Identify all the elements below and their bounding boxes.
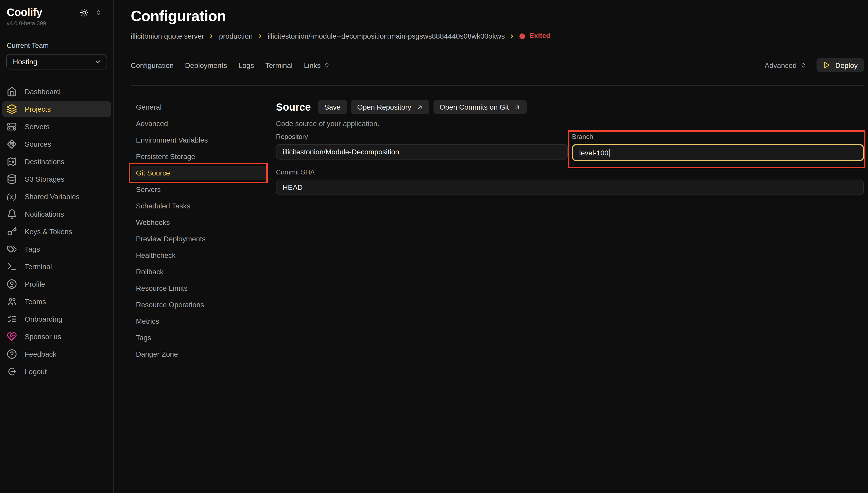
chevron-right-icon	[209, 33, 214, 39]
sidebar: Coolify v4.0.0-beta.399 Current Team Hos…	[0, 0, 114, 493]
subnav-item-webhooks[interactable]: Webhooks	[131, 215, 267, 230]
tabbar-divider	[131, 85, 864, 86]
sidebar-item-terminal[interactable]: Terminal	[2, 259, 111, 274]
database-icon	[7, 174, 17, 184]
breadcrumb-environment[interactable]: production	[219, 31, 253, 41]
theme-toggle-button[interactable]	[80, 8, 88, 17]
sidebar-item-dashboard[interactable]: Dashboard	[2, 84, 111, 99]
subnav-item-git-source[interactable]: Git Source	[131, 166, 267, 180]
sidebar-item-onboarding[interactable]: Onboarding	[2, 311, 111, 327]
sun-icon	[80, 8, 88, 17]
chevron-down-icon	[94, 58, 101, 65]
sidebar-item-teams[interactable]: Teams	[2, 294, 111, 309]
open-commits-button[interactable]: Open Commits on Git	[433, 100, 527, 114]
source-fields: Repository illicitestonion/Module-Decomp…	[276, 133, 864, 195]
users-icon	[7, 296, 17, 307]
chevron-right-icon	[509, 33, 515, 39]
unfold-vertical-icon	[800, 62, 806, 68]
tab-logs[interactable]: Logs	[238, 61, 254, 69]
commit-sha-label: Commit SHA	[276, 168, 864, 176]
sidebar-item-tags[interactable]: Tags	[2, 241, 111, 257]
subnav-item-servers[interactable]: Servers	[131, 182, 267, 197]
app-version: v4.0.0-beta.399	[7, 20, 113, 26]
subnav-item-resource-operations[interactable]: Resource Operations	[131, 297, 267, 312]
sidebar-item-profile[interactable]: Profile	[2, 276, 111, 292]
tab-deployments[interactable]: Deployments	[185, 61, 227, 69]
breadcrumb-application[interactable]: illicitestonion/-module--decomposition:m…	[268, 31, 505, 41]
sidebar-item-keys-tokens[interactable]: Keys & Tokens	[2, 224, 111, 239]
branch-label: Branch	[572, 133, 864, 141]
logo-row: Coolify	[7, 6, 102, 19]
list-checks-icon	[7, 314, 17, 324]
repository-input[interactable]: illicitestonion/Module-Decomposition	[276, 144, 568, 159]
subnav-item-preview-deployments[interactable]: Preview Deployments	[131, 232, 267, 246]
bell-icon	[7, 209, 17, 219]
tab-bar: Configuration Deployments Logs Terminal …	[131, 58, 864, 72]
variables-icon: (x)	[7, 192, 17, 201]
subnav-item-persistent-storage[interactable]: Persistent Storage	[131, 149, 267, 164]
source-description: Code source of your application.	[276, 120, 864, 128]
sidebar-collapse-button[interactable]	[95, 9, 102, 16]
sidebar-item-projects[interactable]: Projects	[2, 101, 111, 117]
page-title: Configuration	[131, 7, 864, 25]
subnav-item-resource-limits[interactable]: Resource Limits	[131, 281, 267, 295]
sidebar-footer: Onboarding Sponsor us Feedback Logout	[0, 311, 113, 422]
subnav-item-general[interactable]: General	[131, 100, 267, 114]
user-circle-icon	[7, 279, 17, 289]
sidebar-item-notifications[interactable]: Notifications	[2, 206, 111, 222]
sidebar-item-feedback[interactable]: Feedback	[2, 346, 111, 362]
source-heading: Source	[276, 101, 311, 113]
breadcrumb: illicitonion quote server production ill…	[131, 31, 864, 41]
breadcrumb-project[interactable]: illicitonion quote server	[131, 31, 204, 41]
commit-sha-input[interactable]: HEAD	[276, 179, 864, 195]
sidebar-nav: Dashboard Projects Servers Sources Desti…	[0, 84, 113, 422]
main-content: Configuration illicitonion quote server …	[113, 0, 868, 493]
subnav-item-healthcheck[interactable]: Healthcheck	[131, 248, 267, 262]
git-source-icon	[7, 139, 17, 149]
sidebar-item-destinations[interactable]: Destinations	[2, 154, 111, 169]
save-button[interactable]: Save	[318, 100, 347, 114]
tab-terminal[interactable]: Terminal	[266, 61, 293, 69]
tags-icon	[7, 244, 17, 254]
sidebar-item-s3-storages[interactable]: S3 Storages	[2, 171, 111, 187]
subnav-item-metrics[interactable]: Metrics	[131, 314, 267, 328]
subnav-item-environment-variables[interactable]: Environment Variables	[131, 133, 267, 147]
team-select-value: Hosting	[13, 58, 94, 66]
layers-icon	[7, 104, 17, 114]
configuration-content: General Advanced Environment Variables P…	[131, 100, 864, 361]
sidebar-item-sponsor-us[interactable]: Sponsor us	[2, 329, 111, 344]
app-logo[interactable]: Coolify	[7, 6, 42, 19]
chevron-right-icon	[257, 33, 263, 39]
heart-handshake-icon	[7, 331, 17, 342]
tabs: Configuration Deployments Logs Terminal …	[131, 61, 330, 69]
repository-label: Repository	[276, 133, 568, 141]
status-text: Exited	[529, 31, 550, 41]
unfold-vertical-icon	[95, 9, 102, 16]
subnav-item-scheduled-tasks[interactable]: Scheduled Tasks	[131, 199, 267, 213]
coolify-app: Coolify v4.0.0-beta.399 Current Team Hos…	[0, 0, 868, 493]
subnav-item-danger-zone[interactable]: Danger Zone	[131, 347, 267, 361]
subnav-item-tags[interactable]: Tags	[131, 330, 267, 345]
advanced-dropdown[interactable]: Advanced	[764, 61, 806, 69]
sidebar-item-shared-variables[interactable]: (x) Shared Variables	[2, 189, 111, 204]
sidebar-item-sources[interactable]: Sources	[2, 136, 111, 152]
tab-actions: Advanced Deploy	[764, 58, 864, 72]
repository-field: Repository illicitestonion/Module-Decomp…	[276, 133, 568, 161]
deploy-button[interactable]: Deploy	[817, 58, 864, 72]
branch-input[interactable]: level-100	[572, 144, 864, 161]
open-repository-button[interactable]: Open Repository	[351, 100, 429, 114]
commit-sha-field: Commit SHA HEAD	[276, 168, 864, 195]
source-form: Source Save Open Repository Open Commits…	[276, 100, 864, 361]
tab-links[interactable]: Links	[304, 61, 330, 69]
arrow-up-right-icon	[514, 104, 521, 110]
tab-configuration[interactable]: Configuration	[131, 61, 174, 69]
play-icon	[823, 61, 831, 69]
status-dot-icon	[520, 33, 525, 39]
subnav-item-rollback[interactable]: Rollback	[131, 264, 267, 279]
sidebar-item-servers[interactable]: Servers	[2, 119, 111, 134]
sidebar-item-logout[interactable]: Logout	[2, 364, 111, 379]
team-select[interactable]: Hosting	[6, 54, 107, 69]
text-cursor	[609, 148, 610, 157]
subnav-item-advanced[interactable]: Advanced	[131, 116, 267, 131]
source-header: Source Save Open Repository Open Commits…	[276, 100, 864, 114]
